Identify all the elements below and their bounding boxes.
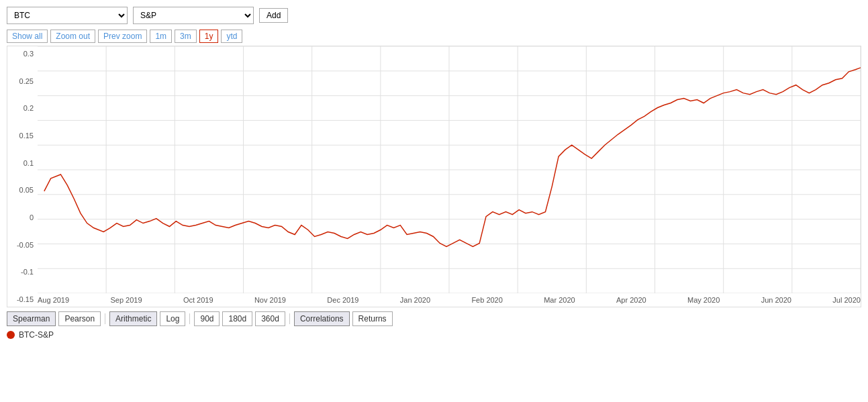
x-label-may: May 2020 (687, 296, 720, 304)
y-axis: 0.3 0.25 0.2 0.15 0.1 0.05 0 -0.05 -0.1 … (7, 46, 38, 307)
x-label-nov: Nov 2019 (254, 296, 286, 304)
zoom-out-button[interactable]: Zoom out (50, 30, 95, 43)
prev-zoom-button[interactable]: Prev zoom (98, 30, 147, 43)
separator-2 (189, 313, 190, 324)
y-label-6: 0 (9, 213, 36, 221)
360d-button[interactable]: 360d (255, 311, 285, 326)
x-label-dec: Dec 2019 (327, 296, 358, 304)
x-label-apr: Apr 2020 (616, 296, 646, 304)
zoom-ytd-button[interactable]: ytd (221, 30, 242, 43)
zoom-1y-button[interactable]: 1y (199, 30, 219, 43)
asset2-select[interactable]: S&P Gold Oil EUR/USD (133, 7, 254, 24)
zoom-1m-button[interactable]: 1m (150, 30, 172, 43)
y-label-5: 0.05 (9, 186, 36, 194)
arithmetic-button[interactable]: Arithmetic (109, 311, 157, 326)
asset1-select[interactable]: BTC ETH LTC XRP (7, 7, 128, 24)
legend-label: BTC-S&P (19, 330, 54, 340)
y-label-9: -0.15 (9, 295, 36, 303)
y-label-1: 0.25 (9, 77, 36, 85)
zoom-3m-button[interactable]: 3m (175, 30, 197, 43)
x-axis: Aug 2019 Sep 2019 Oct 2019 Nov 2019 Dec … (38, 293, 861, 307)
bottom-controls: Spearman Pearson Arithmetic Log 90d 180d… (7, 311, 861, 326)
correlations-button[interactable]: Correlations (294, 311, 350, 326)
legend: BTC-S&P (7, 330, 861, 340)
spearman-button[interactable]: Spearman (7, 311, 56, 326)
chart-inner (38, 46, 861, 293)
chart-svg (38, 46, 861, 293)
show-all-button[interactable]: Show all (7, 30, 48, 43)
separator-3 (289, 313, 290, 324)
x-label-mar: Mar 2020 (544, 296, 575, 304)
y-label-0: 0.3 (9, 50, 36, 58)
y-label-8: -0.1 (9, 268, 36, 276)
y-label-2: 0.2 (9, 104, 36, 112)
add-button[interactable]: Add (259, 8, 288, 23)
chart-area: 0.3 0.25 0.2 0.15 0.1 0.05 0 -0.05 -0.1 … (7, 46, 861, 307)
x-label-oct: Oct 2019 (183, 296, 213, 304)
y-label-4: 0.1 (9, 159, 36, 167)
legend-dot (7, 331, 15, 339)
x-label-feb: Feb 2020 (471, 296, 502, 304)
y-label-3: 0.15 (9, 132, 36, 140)
y-label-7: -0.05 (9, 241, 36, 249)
x-label-jan: Jan 2020 (400, 296, 430, 304)
x-label-sep: Sep 2019 (110, 296, 142, 304)
returns-button[interactable]: Returns (352, 311, 393, 326)
180d-button[interactable]: 180d (222, 311, 252, 326)
correlation-line (44, 68, 861, 247)
x-label-aug: Aug 2019 (38, 296, 69, 304)
pearson-button[interactable]: Pearson (58, 311, 101, 326)
90d-button[interactable]: 90d (194, 311, 220, 326)
separator-1 (105, 313, 105, 324)
log-button[interactable]: Log (160, 311, 185, 326)
x-label-jul: Jul 2020 (832, 296, 861, 304)
x-label-jun: Jun 2020 (761, 296, 791, 304)
